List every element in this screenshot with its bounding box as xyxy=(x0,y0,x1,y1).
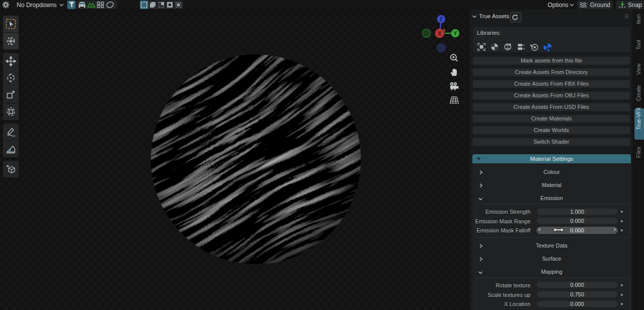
svg-text:X: X xyxy=(438,30,441,36)
svg-text:Z: Z xyxy=(440,16,443,22)
svg-text:Y: Y xyxy=(453,30,457,36)
